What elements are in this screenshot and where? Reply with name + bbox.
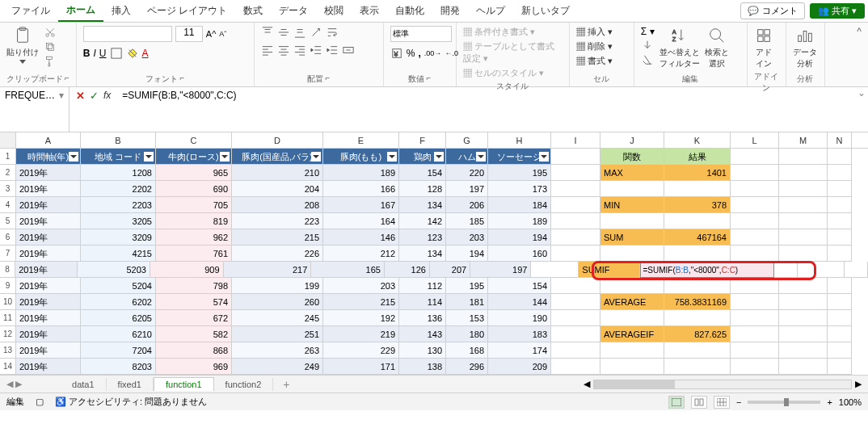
- cell[interactable]: 114: [399, 294, 446, 310]
- tab-data[interactable]: データ: [271, 1, 316, 21]
- row-header[interactable]: 10: [0, 294, 16, 310]
- cell[interactable]: [731, 213, 779, 229]
- cell[interactable]: 467164: [664, 229, 731, 246]
- cell[interactable]: 2019年: [16, 326, 81, 342]
- row-header[interactable]: 5: [0, 213, 16, 229]
- comma-format-icon[interactable]: ,: [419, 48, 421, 59]
- tab-developer[interactable]: 開発: [432, 1, 468, 21]
- cell[interactable]: [828, 165, 852, 181]
- cell[interactable]: [664, 246, 731, 262]
- cell[interactable]: 2202: [81, 181, 156, 197]
- number-format-dropdown[interactable]: 標準: [390, 26, 452, 42]
- cell[interactable]: 134: [399, 246, 446, 262]
- dialog-launcher-icon[interactable]: ⌐: [426, 73, 431, 85]
- border-button[interactable]: [110, 47, 123, 60]
- cell[interactable]: [600, 342, 664, 359]
- cell[interactable]: [779, 229, 828, 246]
- cell[interactable]: 197: [470, 262, 531, 278]
- cell[interactable]: [731, 181, 779, 197]
- cell[interactable]: [600, 278, 664, 294]
- sheet-nav[interactable]: ◀ ▶: [0, 379, 28, 389]
- cell[interactable]: 819: [156, 213, 232, 229]
- filter-dropdown-icon[interactable]: [220, 152, 230, 162]
- select-all-button[interactable]: [0, 132, 16, 148]
- cell[interactable]: [779, 197, 828, 213]
- cell[interactable]: 705: [156, 197, 232, 213]
- cell[interactable]: [551, 181, 600, 197]
- cell[interactable]: 378: [664, 197, 731, 213]
- data-analysis-button[interactable]: データ 分析: [793, 26, 817, 69]
- cell[interactable]: [798, 262, 845, 278]
- scroll-right-button[interactable]: ▶: [855, 379, 862, 389]
- cell[interactable]: [664, 359, 731, 375]
- cell[interactable]: 868: [156, 342, 232, 359]
- copy-icon[interactable]: [44, 40, 57, 53]
- row-header[interactable]: 12: [0, 326, 16, 342]
- cell[interactable]: 2019年: [16, 342, 81, 359]
- cell[interactable]: [828, 197, 852, 213]
- cell[interactable]: 134: [399, 197, 446, 213]
- cell[interactable]: 2019年: [16, 359, 81, 375]
- share-button[interactable]: 👥 共有 ▾: [810, 3, 865, 19]
- cell[interactable]: [828, 229, 852, 246]
- row-header[interactable]: 1: [0, 149, 16, 165]
- align-center-icon[interactable]: [277, 44, 290, 57]
- col-header-N[interactable]: N: [828, 132, 852, 148]
- wrap-text-icon[interactable]: [326, 26, 339, 39]
- cell[interactable]: 1208: [81, 165, 156, 181]
- col-header-F[interactable]: F: [399, 132, 446, 148]
- cell[interactable]: 2019年: [16, 213, 81, 229]
- cell[interactable]: [551, 246, 600, 262]
- cell[interactable]: 969: [156, 359, 232, 375]
- cell[interactable]: 194: [488, 229, 551, 246]
- row-header[interactable]: 11: [0, 310, 16, 326]
- table-header[interactable]: ソーセージ: [488, 149, 551, 165]
- cell[interactable]: MAX: [600, 165, 664, 181]
- cell[interactable]: [664, 310, 731, 326]
- dialog-launcher-icon[interactable]: ⌐: [65, 73, 70, 85]
- cancel-formula-button[interactable]: ✕: [76, 90, 85, 102]
- status-macro-icon[interactable]: ▢: [36, 397, 44, 407]
- cell[interactable]: 2019年: [16, 294, 81, 310]
- cell[interactable]: [779, 181, 828, 197]
- increase-font-icon[interactable]: A^: [206, 29, 217, 39]
- percent-format-icon[interactable]: %: [407, 48, 415, 59]
- scroll-left-button[interactable]: ◀: [584, 379, 590, 389]
- cell[interactable]: SUM: [600, 229, 664, 246]
- filter-dropdown-icon[interactable]: [144, 152, 154, 162]
- cell[interactable]: [779, 213, 828, 229]
- cell[interactable]: 153: [446, 310, 488, 326]
- view-pagelayout-button[interactable]: [691, 396, 707, 409]
- format-painter-icon[interactable]: [44, 55, 57, 68]
- table-header[interactable]: 牛肉(ロース): [156, 149, 232, 165]
- font-color-button[interactable]: A: [142, 48, 149, 59]
- cell[interactable]: 2019年: [15, 262, 78, 278]
- cell[interactable]: 251: [232, 326, 323, 342]
- cell[interactable]: 672: [156, 310, 232, 326]
- name-box[interactable]: FREQUE…▾: [0, 87, 70, 132]
- cell[interactable]: 138: [399, 359, 446, 375]
- col-header-D[interactable]: D: [232, 132, 323, 148]
- cell[interactable]: 3209: [81, 229, 156, 246]
- cell[interactable]: [779, 149, 828, 165]
- col-header-G[interactable]: G: [446, 132, 488, 148]
- cell[interactable]: 798: [156, 278, 232, 294]
- cell[interactable]: 210: [232, 165, 323, 181]
- cell[interactable]: [551, 294, 600, 310]
- cell[interactable]: 183: [488, 326, 551, 342]
- cell[interactable]: 173: [488, 181, 551, 197]
- cell[interactable]: MIN: [600, 197, 664, 213]
- table-header[interactable]: 鶏肉: [399, 149, 446, 165]
- cell[interactable]: 185: [446, 213, 488, 229]
- cell[interactable]: [779, 294, 828, 310]
- cell[interactable]: 827.625: [664, 326, 731, 342]
- cell[interactable]: 154: [488, 278, 551, 294]
- cell[interactable]: 2019年: [16, 246, 81, 262]
- tab-review[interactable]: 校閲: [316, 1, 352, 21]
- cell[interactable]: [828, 149, 852, 165]
- tab-insert[interactable]: 挿入: [103, 1, 139, 21]
- col-header-B[interactable]: B: [81, 132, 156, 148]
- cell[interactable]: 164: [323, 213, 399, 229]
- format-cells-button[interactable]: ▦ 書式 ▾: [576, 55, 613, 67]
- row-header[interactable]: 6: [0, 229, 16, 246]
